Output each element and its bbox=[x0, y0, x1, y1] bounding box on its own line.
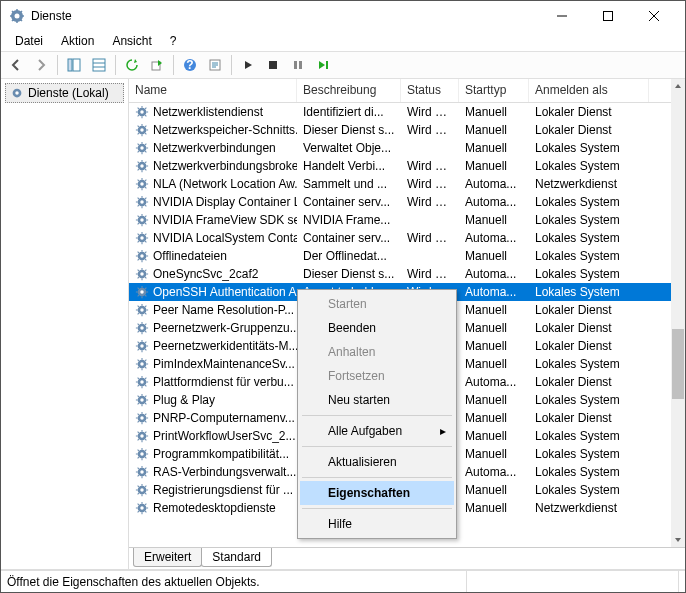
scroll-thumb[interactable] bbox=[672, 329, 684, 399]
start-service-button[interactable] bbox=[237, 54, 259, 76]
ctx-refresh[interactable]: Aktualisieren bbox=[300, 450, 454, 474]
refresh-button[interactable] bbox=[121, 54, 143, 76]
cell-status bbox=[401, 219, 459, 221]
stop-service-button[interactable] bbox=[262, 54, 284, 76]
cell-start: Automa... bbox=[459, 176, 529, 192]
ctx-all-tasks[interactable]: Alle Aufgaben▸ bbox=[300, 419, 454, 443]
ctx-help[interactable]: Hilfe bbox=[300, 512, 454, 536]
table-row[interactable]: OfflinedateienDer Offlinedat...ManuellLo… bbox=[129, 247, 671, 265]
col-desc[interactable]: Beschreibung bbox=[297, 79, 401, 102]
svg-point-49 bbox=[140, 398, 144, 402]
service-name: OneSyncSvc_2caf2 bbox=[153, 267, 258, 281]
main-pane: Name Beschreibung Status Starttyp Anmeld… bbox=[129, 79, 685, 569]
tab-standard[interactable]: Standard bbox=[201, 548, 272, 567]
cell-name: Plug & Play bbox=[129, 392, 297, 408]
ctx-stop[interactable]: Beenden bbox=[300, 316, 454, 340]
gear-icon bbox=[135, 465, 149, 479]
cell-logon: Lokales System bbox=[529, 212, 649, 228]
service-name: Remotedesktopdienste bbox=[153, 501, 276, 515]
tree-root-node[interactable]: Dienste (Lokal) bbox=[5, 83, 124, 103]
properties-button[interactable] bbox=[204, 54, 226, 76]
cell-start: Manuell bbox=[459, 428, 529, 444]
restart-service-button[interactable] bbox=[312, 54, 334, 76]
tree-pane: Dienste (Lokal) bbox=[1, 79, 129, 569]
maximize-button[interactable] bbox=[585, 1, 631, 31]
table-row[interactable]: OneSyncSvc_2caf2Dieser Dienst s...Wird a… bbox=[129, 265, 671, 283]
col-logon[interactable]: Anmelden als bbox=[529, 79, 649, 102]
forward-button[interactable] bbox=[30, 54, 52, 76]
cell-logon: Lokales System bbox=[529, 158, 649, 174]
ctx-resume[interactable]: Fortsetzen bbox=[300, 364, 454, 388]
service-name: PimIndexMaintenanceSv... bbox=[153, 357, 295, 371]
export-button[interactable] bbox=[146, 54, 168, 76]
cell-logon: Lokales System bbox=[529, 230, 649, 246]
cell-desc: Dieser Dienst s... bbox=[297, 122, 401, 138]
show-tree-button[interactable] bbox=[63, 54, 85, 76]
gear-icon bbox=[135, 357, 149, 371]
table-row[interactable]: NVIDIA FrameView SDK serv...NVIDIA Frame… bbox=[129, 211, 671, 229]
menu-view[interactable]: Ansicht bbox=[104, 32, 159, 50]
ctx-start[interactable]: Starten bbox=[300, 292, 454, 316]
cell-name: PimIndexMaintenanceSv... bbox=[129, 356, 297, 372]
cell-name: Peernetzwerk-Gruppenzu... bbox=[129, 320, 297, 336]
svg-rect-10 bbox=[269, 61, 277, 69]
cell-start: Manuell bbox=[459, 122, 529, 138]
gear-icon bbox=[135, 267, 149, 281]
tab-extended[interactable]: Erweitert bbox=[133, 548, 202, 567]
cell-name: OneSyncSvc_2caf2 bbox=[129, 266, 297, 282]
context-menu: Starten Beenden Anhalten Fortsetzen Neu … bbox=[297, 289, 457, 539]
cell-logon: Lokaler Dienst bbox=[529, 338, 649, 354]
col-status[interactable]: Status bbox=[401, 79, 459, 102]
cell-logon: Lokales System bbox=[529, 392, 649, 408]
svg-rect-11 bbox=[294, 61, 297, 69]
svg-point-23 bbox=[140, 164, 144, 168]
cell-name: Plattformdienst für verbu... bbox=[129, 374, 297, 390]
list-view-button[interactable] bbox=[88, 54, 110, 76]
content-area: Dienste (Lokal) Name Beschreibung Status… bbox=[1, 79, 685, 570]
table-row[interactable]: Netzwerkspeicher-Schnitts...Dieser Diens… bbox=[129, 121, 671, 139]
cell-logon: Lokaler Dienst bbox=[529, 320, 649, 336]
minimize-button[interactable] bbox=[539, 1, 585, 31]
ctx-pause[interactable]: Anhalten bbox=[300, 340, 454, 364]
list-header: Name Beschreibung Status Starttyp Anmeld… bbox=[129, 79, 685, 103]
table-row[interactable]: NVIDIA Display Container LSContainer ser… bbox=[129, 193, 671, 211]
table-row[interactable]: NVIDIA LocalSystem Contai...Container se… bbox=[129, 229, 671, 247]
cell-logon: Lokaler Dienst bbox=[529, 122, 649, 138]
cell-start: Automa... bbox=[459, 374, 529, 390]
cell-logon: Lokales System bbox=[529, 428, 649, 444]
table-row[interactable]: NLA (Network Location Aw...Sammelt und .… bbox=[129, 175, 671, 193]
cell-desc: Identifiziert di... bbox=[297, 104, 401, 120]
svg-point-25 bbox=[140, 182, 144, 186]
close-button[interactable] bbox=[631, 1, 677, 31]
menu-file[interactable]: Datei bbox=[7, 32, 51, 50]
cell-name: Remotedesktopdienste bbox=[129, 500, 297, 516]
col-name[interactable]: Name bbox=[129, 79, 297, 102]
ctx-properties[interactable]: Eigenschaften bbox=[300, 481, 454, 505]
scroll-down-icon[interactable] bbox=[671, 533, 685, 547]
cell-status bbox=[401, 147, 459, 149]
vertical-scrollbar[interactable] bbox=[671, 79, 685, 547]
back-button[interactable] bbox=[5, 54, 27, 76]
service-name: Peernetzwerkidentitäts-M... bbox=[153, 339, 297, 353]
col-start[interactable]: Starttyp bbox=[459, 79, 529, 102]
service-name: Netzwerkverbindungen bbox=[153, 141, 276, 155]
help-button[interactable]: ? bbox=[179, 54, 201, 76]
status-spacer bbox=[467, 571, 679, 592]
tree-root-label: Dienste (Lokal) bbox=[28, 86, 109, 100]
cell-name: PNRP-Computernamenv... bbox=[129, 410, 297, 426]
gear-icon bbox=[135, 429, 149, 443]
menu-action[interactable]: Aktion bbox=[53, 32, 102, 50]
table-row[interactable]: NetzwerkverbindungenVerwaltet Obje...Man… bbox=[129, 139, 671, 157]
table-row[interactable]: NetzwerkverbindungsbrokerHandelt Verbi..… bbox=[129, 157, 671, 175]
svg-point-33 bbox=[140, 254, 144, 258]
cell-start: Manuell bbox=[459, 356, 529, 372]
cell-logon: Lokales System bbox=[529, 140, 649, 156]
table-row[interactable]: NetzwerklistendienstIdentifiziert di...W… bbox=[129, 103, 671, 121]
cell-desc: Verwaltet Obje... bbox=[297, 140, 401, 156]
pause-service-button[interactable] bbox=[287, 54, 309, 76]
service-name: Plattformdienst für verbu... bbox=[153, 375, 294, 389]
menu-help[interactable]: ? bbox=[162, 32, 185, 50]
service-name: Registrierungsdienst für ... bbox=[153, 483, 293, 497]
scroll-up-icon[interactable] bbox=[671, 79, 685, 93]
ctx-restart[interactable]: Neu starten bbox=[300, 388, 454, 412]
